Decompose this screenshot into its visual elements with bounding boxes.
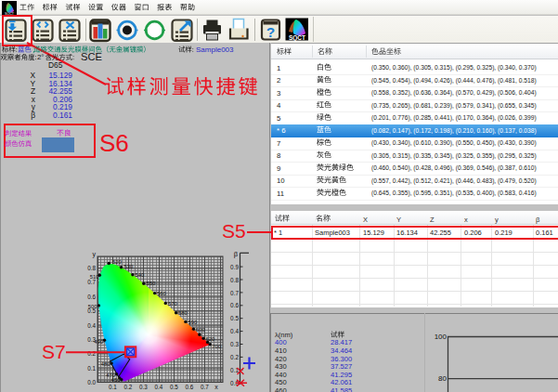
svg-text:0.6: 0.6 [186, 384, 194, 390]
svg-text:β: β [234, 250, 239, 258]
svg-text:x: x [214, 384, 218, 390]
svg-text:700: 700 [213, 344, 222, 349]
svg-text:450: 450 [111, 377, 121, 383]
svg-text:490: 490 [94, 339, 103, 345]
svg-text:580: 580 [178, 310, 188, 316]
svg-text:560: 560 [157, 291, 166, 296]
svg-text:0.1: 0.1 [109, 384, 117, 390]
svg-text:0.2: 0.2 [230, 354, 239, 360]
svg-text:0.3: 0.3 [230, 341, 239, 347]
svg-text:620: 620 [206, 336, 215, 342]
svg-text:0.4: 0.4 [155, 384, 163, 390]
svg-text:500: 500 [88, 304, 97, 309]
svg-text:0.0: 0.0 [87, 379, 96, 385]
svg-text:0.6: 0.6 [87, 294, 96, 300]
svg-text:0.4: 0.4 [230, 328, 239, 334]
svg-text:540: 540 [136, 272, 145, 278]
svg-text:0.5: 0.5 [170, 384, 178, 390]
svg-text:0.8: 0.8 [230, 277, 239, 283]
svg-text:590: 590 [188, 320, 198, 325]
svg-text:0.3: 0.3 [139, 384, 148, 390]
svg-text:0.7: 0.7 [230, 290, 239, 296]
svg-text:0.4: 0.4 [87, 322, 96, 329]
svg-text:600: 600 [196, 327, 205, 333]
svg-text:530: 530 [124, 264, 134, 269]
svg-text:510: 510 [90, 274, 99, 280]
svg-text:0.8: 0.8 [87, 265, 96, 271]
svg-text:520: 520 [112, 259, 122, 265]
svg-text:0.1: 0.1 [87, 365, 96, 372]
svg-text:0.9: 0.9 [230, 264, 239, 270]
svg-text:0.2: 0.2 [124, 384, 133, 390]
svg-text:0.5: 0.5 [230, 315, 239, 321]
svg-text:y: y [93, 251, 97, 258]
svg-text:?: ? [266, 24, 275, 40]
svg-text:0.7: 0.7 [87, 279, 96, 285]
svg-text:570: 570 [168, 301, 177, 307]
svg-text:0.6: 0.6 [230, 302, 239, 308]
svg-text:550: 550 [147, 281, 156, 286]
svg-text:0.7: 0.7 [201, 384, 209, 390]
svg-text:SQCT: SQCT [289, 34, 305, 42]
svg-text:480: 480 [101, 361, 110, 367]
